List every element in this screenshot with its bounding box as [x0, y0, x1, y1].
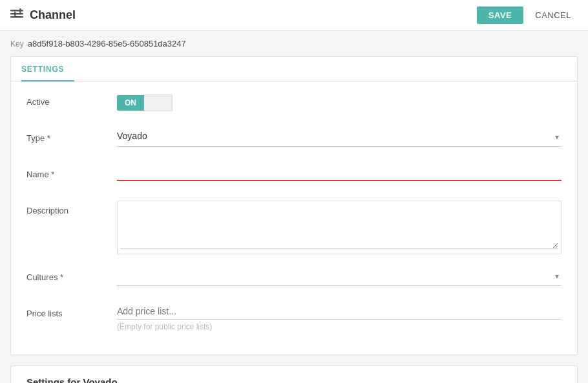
tab-settings[interactable]: SETTINGS	[21, 57, 74, 82]
cultures-label: Cultures *	[26, 267, 117, 282]
svg-rect-3	[19, 8, 21, 13]
price-lists-field: (Empty for public price lists)	[117, 303, 562, 331]
cultures-field: ▾	[117, 267, 562, 286]
svg-rect-0	[10, 10, 23, 12]
key-label: Key	[10, 39, 24, 49]
description-input[interactable]	[120, 204, 558, 249]
cultures-input[interactable]	[117, 267, 562, 283]
description-wrap	[117, 201, 562, 254]
name-label: Name *	[26, 164, 117, 179]
chevron-down-icon: ▾	[555, 133, 559, 142]
main-content: SETTINGS Active ON Type *	[0, 56, 588, 383]
svg-rect-4	[14, 12, 16, 16]
active-label: Active	[26, 92, 117, 107]
price-lists-row: Price lists (Empty for public price list…	[26, 303, 562, 331]
name-row: Name *	[26, 164, 562, 188]
settings-card: SETTINGS Active ON Type *	[10, 56, 578, 355]
key-value: a8d5f918-b803-4296-85e5-650851da3247	[28, 39, 186, 49]
type-row: Type * Voyado ▾	[26, 128, 562, 151]
save-button[interactable]: SAVE	[477, 6, 523, 24]
cancel-button[interactable]: CANCEL	[529, 6, 578, 24]
channel-icon	[10, 8, 23, 22]
voyado-section-title: Settings for Voyado	[11, 366, 577, 383]
app-header: Channel SAVE CANCEL	[0, 0, 588, 31]
cultures-select[interactable]: ▾	[117, 267, 562, 286]
toggle-on-button[interactable]: ON	[117, 95, 144, 111]
svg-rect-2	[10, 16, 23, 18]
price-lists-input[interactable]	[117, 303, 562, 320]
chevron-down-icon: ▾	[555, 272, 559, 281]
type-field: Voyado ▾	[117, 128, 562, 147]
svg-rect-1	[10, 13, 23, 15]
page-title: Channel	[30, 8, 76, 22]
tabs-bar: SETTINGS	[11, 57, 577, 82]
toggle-off-button[interactable]	[144, 94, 173, 111]
description-row: Description	[26, 201, 562, 254]
active-row: Active ON	[26, 92, 562, 115]
price-lists-hint: (Empty for public price lists)	[117, 322, 562, 331]
name-input[interactable]	[117, 164, 562, 181]
active-toggle: ON	[117, 92, 562, 111]
active-field: ON	[117, 92, 562, 111]
header-left: Channel	[10, 8, 76, 22]
type-label: Type *	[26, 128, 117, 143]
type-select[interactable]: Voyado ▾	[117, 128, 562, 147]
key-bar: Key a8d5f918-b803-4296-85e5-650851da3247	[0, 31, 588, 56]
voyado-settings-card: Settings for Voyado API key * ? Url * ?	[10, 366, 578, 383]
price-lists-label: Price lists	[26, 303, 117, 318]
name-field	[117, 164, 562, 181]
cultures-row: Cultures * ▾	[26, 267, 562, 290]
type-value: Voyado	[117, 128, 562, 144]
header-actions: SAVE CANCEL	[477, 6, 578, 24]
description-field	[117, 201, 562, 254]
description-label: Description	[26, 201, 117, 215]
settings-form: Active ON Type * Voyado ▾	[11, 82, 577, 355]
